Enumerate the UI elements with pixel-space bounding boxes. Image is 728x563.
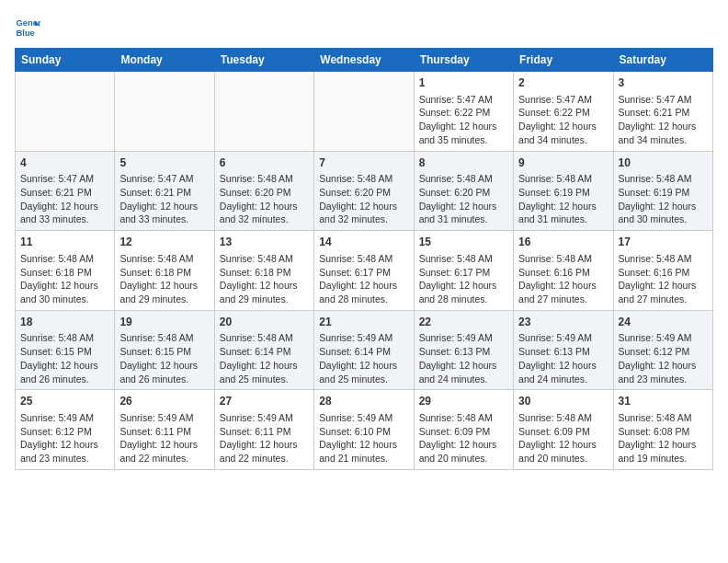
calendar-cell: 23Sunrise: 5:49 AMSunset: 6:13 PMDayligh… bbox=[514, 310, 613, 390]
day-info-line: Sunrise: 5:48 AM bbox=[518, 172, 608, 186]
day-info-line: Daylight: 12 hours bbox=[419, 120, 508, 133]
calendar-cell: 6Sunrise: 5:48 AMSunset: 6:20 PMDaylight… bbox=[214, 151, 313, 231]
day-info-line: and 31 minutes. bbox=[419, 213, 508, 226]
day-info-line: and 32 minutes. bbox=[220, 213, 309, 226]
day-info-line: Daylight: 12 hours bbox=[619, 359, 708, 373]
calendar-table: SundayMondayTuesdayWednesdayThursdayFrid… bbox=[15, 48, 713, 470]
calendar-cell: 26Sunrise: 5:49 AMSunset: 6:11 PMDayligh… bbox=[115, 390, 214, 470]
day-info-line: Sunset: 6:20 PM bbox=[319, 186, 408, 200]
day-info-line: Daylight: 12 hours bbox=[119, 200, 209, 213]
day-info-line: and 20 minutes. bbox=[518, 452, 608, 465]
day-info-line: Sunset: 6:16 PM bbox=[619, 266, 708, 280]
day-info-line: and 26 minutes. bbox=[20, 373, 109, 386]
day-info-line: Sunrise: 5:47 AM bbox=[518, 93, 608, 107]
day-number: 2 bbox=[518, 75, 608, 91]
day-number: 15 bbox=[419, 235, 508, 250]
day-number: 26 bbox=[119, 394, 209, 409]
calendar-cell: 5Sunrise: 5:47 AMSunset: 6:21 PMDaylight… bbox=[115, 151, 214, 231]
day-number: 31 bbox=[619, 394, 708, 409]
day-number: 10 bbox=[619, 155, 708, 171]
day-info-line: Daylight: 12 hours bbox=[419, 279, 508, 293]
day-info-line: Sunset: 6:21 PM bbox=[20, 186, 109, 200]
day-info-line: Sunset: 6:12 PM bbox=[20, 425, 109, 439]
day-info-line: and 30 minutes. bbox=[619, 213, 708, 226]
day-info-line: Daylight: 12 hours bbox=[419, 200, 508, 213]
calendar-cell: 25Sunrise: 5:49 AMSunset: 6:12 PMDayligh… bbox=[16, 390, 115, 470]
day-number: 5 bbox=[119, 155, 209, 171]
calendar-cell: 17Sunrise: 5:48 AMSunset: 6:16 PMDayligh… bbox=[613, 231, 712, 311]
day-number: 19 bbox=[119, 315, 209, 330]
day-number: 23 bbox=[518, 315, 608, 330]
day-number: 13 bbox=[220, 235, 309, 250]
day-info-line: Sunrise: 5:48 AM bbox=[619, 172, 708, 186]
day-info-line: and 31 minutes. bbox=[518, 213, 608, 226]
day-info-line: Daylight: 12 hours bbox=[319, 438, 408, 452]
day-info-line: and 24 minutes. bbox=[518, 373, 608, 386]
day-info-line: and 25 minutes. bbox=[220, 373, 309, 386]
day-info-line: Sunset: 6:22 PM bbox=[419, 106, 508, 120]
day-info-line: Sunrise: 5:48 AM bbox=[20, 252, 109, 266]
calendar-cell bbox=[314, 72, 414, 152]
day-info-line: and 21 minutes. bbox=[319, 452, 408, 465]
day-info-line: Sunrise: 5:47 AM bbox=[419, 93, 508, 107]
day-info-line: Daylight: 12 hours bbox=[20, 200, 109, 213]
day-info-line: Sunset: 6:21 PM bbox=[619, 106, 708, 120]
day-info-line: and 28 minutes. bbox=[319, 293, 408, 306]
calendar-cell: 30Sunrise: 5:48 AMSunset: 6:09 PMDayligh… bbox=[514, 390, 613, 470]
logo: General Blue bbox=[15, 15, 44, 40]
day-info-line: Daylight: 12 hours bbox=[619, 279, 708, 293]
day-info-line: Sunset: 6:14 PM bbox=[319, 345, 408, 359]
day-info-line: and 23 minutes. bbox=[619, 373, 708, 386]
day-info-line: Daylight: 12 hours bbox=[619, 120, 708, 133]
day-info-line: Sunset: 6:09 PM bbox=[419, 425, 508, 439]
day-info-line: Daylight: 12 hours bbox=[518, 279, 608, 293]
day-info-line: Daylight: 12 hours bbox=[20, 359, 109, 373]
day-info-line: and 20 minutes. bbox=[419, 452, 508, 465]
week-row-2: 4Sunrise: 5:47 AMSunset: 6:21 PMDaylight… bbox=[16, 151, 713, 231]
day-info-line: Daylight: 12 hours bbox=[419, 359, 508, 373]
calendar-cell: 20Sunrise: 5:48 AMSunset: 6:14 PMDayligh… bbox=[214, 310, 313, 390]
day-info-line: Sunrise: 5:48 AM bbox=[619, 252, 708, 266]
day-info-line: Daylight: 12 hours bbox=[20, 279, 109, 293]
day-info-line: Sunrise: 5:48 AM bbox=[220, 331, 309, 345]
day-info-line: Daylight: 12 hours bbox=[619, 438, 708, 452]
calendar-cell: 12Sunrise: 5:48 AMSunset: 6:18 PMDayligh… bbox=[115, 231, 214, 311]
calendar-cell: 24Sunrise: 5:49 AMSunset: 6:12 PMDayligh… bbox=[613, 310, 712, 390]
svg-text:Blue: Blue bbox=[17, 29, 35, 38]
calendar-cell: 28Sunrise: 5:49 AMSunset: 6:10 PMDayligh… bbox=[314, 390, 414, 470]
day-info-line: Sunset: 6:11 PM bbox=[119, 425, 209, 439]
calendar-header-row: SundayMondayTuesdayWednesdayThursdayFrid… bbox=[16, 49, 713, 72]
day-info-line: Sunset: 6:14 PM bbox=[220, 345, 309, 359]
week-row-1: 1Sunrise: 5:47 AMSunset: 6:22 PMDaylight… bbox=[16, 72, 713, 152]
day-number: 29 bbox=[419, 394, 508, 409]
day-number: 17 bbox=[619, 235, 708, 250]
day-number: 7 bbox=[319, 155, 408, 171]
day-info-line: Sunrise: 5:47 AM bbox=[619, 93, 708, 107]
day-info-line: Sunrise: 5:48 AM bbox=[119, 331, 209, 345]
day-number: 12 bbox=[119, 235, 209, 250]
day-header-saturday: Saturday bbox=[613, 49, 712, 72]
day-info-line: Sunrise: 5:48 AM bbox=[419, 252, 508, 266]
calendar-cell: 16Sunrise: 5:48 AMSunset: 6:16 PMDayligh… bbox=[514, 231, 613, 311]
calendar-cell: 29Sunrise: 5:48 AMSunset: 6:09 PMDayligh… bbox=[414, 390, 513, 470]
day-info-line: Sunset: 6:17 PM bbox=[319, 266, 408, 280]
day-info-line: Sunrise: 5:48 AM bbox=[619, 411, 708, 425]
day-info-line: Sunset: 6:10 PM bbox=[319, 425, 408, 439]
day-info-line: Daylight: 12 hours bbox=[518, 200, 608, 213]
day-info-line: Sunrise: 5:49 AM bbox=[518, 331, 608, 345]
day-info-line: Sunrise: 5:48 AM bbox=[20, 331, 109, 345]
day-info-line: Daylight: 12 hours bbox=[419, 438, 508, 452]
calendar-cell: 9Sunrise: 5:48 AMSunset: 6:19 PMDaylight… bbox=[514, 151, 613, 231]
day-number: 8 bbox=[419, 155, 508, 171]
day-info-line: Sunrise: 5:49 AM bbox=[119, 411, 209, 425]
day-info-line: Sunrise: 5:49 AM bbox=[20, 411, 109, 425]
day-number: 6 bbox=[220, 155, 309, 171]
calendar-cell: 1Sunrise: 5:47 AMSunset: 6:22 PMDaylight… bbox=[414, 72, 513, 152]
day-number: 1 bbox=[419, 75, 508, 91]
day-info-line: Sunset: 6:18 PM bbox=[119, 266, 209, 280]
day-number: 9 bbox=[518, 155, 608, 171]
day-info-line: Daylight: 12 hours bbox=[220, 438, 309, 452]
calendar-cell bbox=[214, 72, 313, 152]
day-number: 18 bbox=[20, 315, 109, 330]
day-info-line: Sunset: 6:12 PM bbox=[619, 345, 708, 359]
